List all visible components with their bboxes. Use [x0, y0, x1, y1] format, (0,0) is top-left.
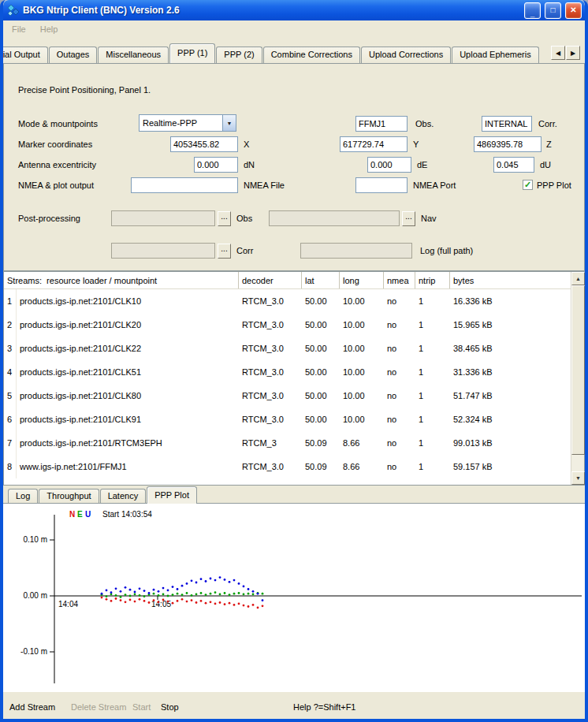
- header-nmea[interactable]: nmea: [384, 272, 415, 288]
- titlebar[interactable]: BKG Ntrip Client (BNC) Version 2.6 _ □ ✕: [3, 0, 585, 20]
- scroll-down-icon[interactable]: ▼: [571, 471, 585, 485]
- marker-y-input[interactable]: [340, 136, 408, 152]
- header-lat[interactable]: lat: [302, 272, 340, 288]
- stop-button[interactable]: Stop: [161, 702, 179, 712]
- cell-nmea: no: [384, 360, 415, 384]
- plot-point-N: [262, 605, 264, 607]
- table-row[interactable]: 6 products.igs-ip.net:2101/CLK91 RTCM_3.…: [4, 408, 571, 431]
- header-long[interactable]: long: [340, 272, 384, 288]
- plot-point-N: [186, 601, 188, 603]
- tab-combine-corrections[interactable]: Combine Corrections: [263, 47, 360, 63]
- main-tabbar: rial Output Outages Miscellaneous PPP (1…: [3, 41, 585, 63]
- maximize-button[interactable]: □: [545, 2, 561, 19]
- marker-z-label: Z: [546, 140, 552, 149]
- plot-point-E: [200, 592, 203, 594]
- ppp-plot-svg: 0.10 m 0.00 m -0.10 m 14:04 14:05 N E U …: [3, 504, 585, 693]
- cell-nmea: no: [384, 313, 415, 337]
- cell-bytes: 59.157 kB: [450, 455, 571, 478]
- chevron-down-icon[interactable]: ▼: [222, 115, 236, 131]
- tab-ppp-plot[interactable]: PPP Plot: [147, 486, 197, 504]
- antenna-de-label: dE: [417, 160, 427, 169]
- post-nav-browse-button[interactable]: ...: [402, 211, 415, 226]
- table-row[interactable]: 4 products.igs-ip.net:2101/CLK51 RTCM_3.…: [4, 360, 571, 384]
- cell-lat: 50.00: [302, 313, 340, 337]
- marker-z-input[interactable]: [474, 136, 541, 152]
- marker-x-label: X: [244, 140, 249, 149]
- tab-scroll-right-icon[interactable]: ▶: [566, 46, 580, 60]
- antenna-de-input[interactable]: [367, 157, 411, 173]
- plot-point-N: [224, 603, 226, 605]
- ppp-plot-checkbox[interactable]: ✓: [523, 180, 533, 190]
- close-button[interactable]: ✕: [565, 2, 582, 19]
- tab-log[interactable]: Log: [8, 489, 38, 503]
- antenna-dn-input[interactable]: [194, 157, 238, 173]
- post-obs-browse-button[interactable]: ...: [218, 211, 231, 226]
- table-row[interactable]: 1 products.igs-ip.net:2101/CLK10 RTCM_3.…: [4, 289, 571, 313]
- cell-long: 10.00: [340, 313, 384, 337]
- plot-point-N: [233, 604, 236, 606]
- cell-mountpoint: products.igs-ip.net:2101/CLK80: [17, 384, 239, 408]
- header-ntrip[interactable]: ntrip: [415, 272, 450, 288]
- menu-file[interactable]: File: [5, 22, 33, 36]
- cell-bytes: 16.336 kB: [450, 289, 571, 313]
- plot-point-U: [148, 592, 151, 594]
- scrollbar-thumb[interactable]: [571, 285, 585, 455]
- plot-point-E: [210, 593, 212, 595]
- add-stream-button[interactable]: Add Stream: [9, 702, 55, 712]
- plot-point-N: [143, 600, 146, 602]
- table-row[interactable]: 8 www.igs-ip.net:2101/FFMJ1 RTCM_3.0 50.…: [4, 455, 571, 478]
- ppp-plot-panel: 0.10 m 0.00 m -0.10 m 14:04 14:05 N E U …: [3, 503, 585, 692]
- menu-help[interactable]: Help: [33, 22, 65, 36]
- plot-point-E: [177, 593, 179, 595]
- cell-nmea: no: [384, 289, 415, 313]
- plot-point-E: [158, 594, 160, 597]
- minimize-button[interactable]: _: [524, 2, 541, 19]
- post-corr-browse-button[interactable]: ...: [218, 244, 231, 259]
- plot-point-E: [214, 591, 217, 594]
- table-row[interactable]: 3 products.igs-ip.net:2101/CLK22 RTCM_3.…: [4, 337, 571, 360]
- table-row[interactable]: 2 products.igs-ip.net:2101/CLK20 RTCM_3.…: [4, 313, 571, 337]
- cell-bytes: 38.465 kB: [450, 337, 571, 360]
- plot-point-U: [134, 591, 136, 594]
- plot-point-U: [238, 582, 240, 585]
- table-scrollbar[interactable]: ▲ ▼: [571, 272, 584, 485]
- y-tick-label-010: 0.10 m: [23, 535, 47, 544]
- plot-point-E: [238, 592, 240, 594]
- marker-x-input[interactable]: [170, 136, 238, 152]
- tab-throughput[interactable]: Throughput: [39, 489, 99, 503]
- scrollbar-track[interactable]: [571, 285, 584, 471]
- tab-scroll-left-icon[interactable]: ◀: [551, 46, 565, 60]
- corr-mountpoint-input[interactable]: [482, 116, 532, 132]
- row-number: 3: [4, 337, 17, 360]
- plot-point-U: [177, 588, 179, 590]
- table-row[interactable]: 5 products.igs-ip.net:2101/CLK80 RTCM_3.…: [4, 384, 571, 408]
- header-decoder[interactable]: decoder: [239, 272, 302, 288]
- tab-serial-output[interactable]: rial Output: [3, 47, 48, 63]
- scroll-up-icon[interactable]: ▲: [571, 272, 585, 285]
- plot-point-E: [115, 594, 117, 597]
- nmea-file-input[interactable]: [131, 177, 238, 193]
- header-mountpoint[interactable]: Streams: resource loader / mountpoint: [4, 272, 239, 288]
- tab-upload-corrections[interactable]: Upload Corrections: [361, 47, 451, 63]
- corr-label: Corr.: [538, 119, 557, 128]
- tab-upload-ephemeris[interactable]: Upload Ephemeris: [452, 47, 539, 63]
- tab-ppp-2[interactable]: PPP (2): [216, 47, 262, 63]
- plot-point-E: [233, 593, 236, 595]
- obs-mountpoint-input[interactable]: [355, 116, 408, 132]
- cell-bytes: 31.336 kB: [450, 360, 571, 384]
- tab-ppp-1[interactable]: PPP (1): [169, 43, 215, 63]
- mode-combobox[interactable]: Realtime-PPP ▼: [139, 114, 236, 132]
- tab-latency[interactable]: Latency: [100, 489, 147, 503]
- header-bytes[interactable]: bytes: [450, 272, 571, 288]
- plot-point-E: [252, 594, 255, 596]
- table-row[interactable]: 7 products.igs-ip.net:2101/RTCM3EPH RTCM…: [4, 431, 571, 455]
- close-icon: ✕: [570, 6, 576, 14]
- cell-decoder: RTCM_3.0: [239, 408, 302, 431]
- tab-outages[interactable]: Outages: [49, 47, 98, 63]
- tab-miscellaneous[interactable]: Miscellaneous: [98, 47, 169, 63]
- antenna-du-input[interactable]: [493, 157, 534, 173]
- plot-point-E: [125, 594, 127, 596]
- cell-ntrip: 1: [415, 408, 450, 431]
- nmea-port-input[interactable]: [355, 177, 408, 193]
- post-obs-input: [111, 210, 215, 226]
